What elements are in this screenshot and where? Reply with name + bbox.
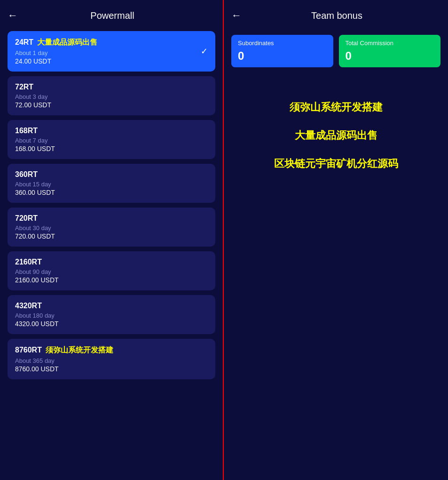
left-back-button[interactable]: ← (8, 9, 18, 22)
stats-row: Subordinates 0 Total Commission 0 (231, 35, 440, 67)
plan-price-plan-72rt: 72.00 USDT (15, 101, 208, 109)
right-back-button[interactable]: ← (231, 9, 242, 22)
promo-line-2: 区块链元宇宙矿机分红源码 (274, 157, 398, 171)
plan-price-plan-24rt: 24.00 USDT (15, 57, 208, 65)
plan-price-plan-4320rt: 4320.00 USDT (15, 320, 208, 328)
plan-duration-plan-720rt: About 30 day (15, 224, 208, 232)
checkmark-icon: ✓ (201, 46, 208, 56)
plan-name-plan-2160rt: 2160RT (15, 258, 208, 266)
plan-duration-plan-24rt: About 1 day (15, 49, 208, 56)
commission-value: 0 (346, 49, 434, 63)
plan-name-plan-8760rt: 8760RT须弥山系统开发搭建 (15, 345, 208, 355)
plan-chinese-plan-24rt: 大量成品源码出售 (37, 38, 97, 46)
commission-card: Total Commission 0 (339, 35, 441, 67)
plan-name-plan-24rt: 24RT大量成品源码出售 (15, 38, 208, 48)
left-panel-title: Powermall (24, 10, 201, 21)
right-panel: ← Team bonus Subordinates 0 Total Commis… (224, 0, 448, 480)
plan-price-plan-8760rt: 8760.00 USDT (15, 365, 208, 373)
plan-duration-plan-8760rt: About 365 day (15, 357, 208, 364)
left-header: ← Powermall (8, 9, 215, 22)
commission-label: Total Commission (346, 40, 434, 47)
subordinates-value: 0 (238, 49, 327, 63)
plan-duration-plan-2160rt: About 90 day (15, 268, 208, 275)
plan-duration-plan-168rt: About 7 day (15, 137, 208, 144)
plan-name-plan-168rt: 168RT (15, 127, 208, 135)
plan-item-plan-24rt[interactable]: 24RT大量成品源码出售About 1 day24.00 USDT✓ (8, 31, 215, 72)
plan-name-plan-720rt: 720RT (15, 214, 208, 223)
plan-item-plan-168rt[interactable]: 168RTAbout 7 day168.00 USDT (8, 120, 215, 159)
promo-line-1: 大量成品源码出售 (295, 128, 377, 143)
right-header: ← Team bonus (231, 9, 440, 22)
plan-name-plan-360rt: 360RT (15, 170, 208, 179)
subordinates-card: Subordinates 0 (231, 35, 333, 67)
plan-chinese-plan-8760rt: 须弥山系统开发搭建 (46, 346, 113, 354)
plan-item-plan-360rt[interactable]: 360RTAbout 15 day360.00 USDT (8, 164, 215, 203)
plan-list: 24RT大量成品源码出售About 1 day24.00 USDT✓72RTAb… (8, 31, 215, 379)
plan-item-plan-720rt[interactable]: 720RTAbout 30 day720.00 USDT (8, 208, 215, 247)
plan-price-plan-2160rt: 2160.00 USDT (15, 276, 208, 284)
plan-duration-plan-4320rt: About 180 day (15, 312, 208, 319)
plan-price-plan-168rt: 168.00 USDT (15, 145, 208, 152)
plan-price-plan-720rt: 720.00 USDT (15, 232, 208, 240)
plan-name-plan-72rt: 72RT (15, 83, 208, 91)
promo-line-0: 须弥山系统开发搭建 (290, 100, 383, 114)
left-panel: ← Powermall 24RT大量成品源码出售About 1 day24.00… (0, 0, 224, 480)
plan-duration-plan-72rt: About 3 day (15, 93, 208, 100)
plan-price-plan-360rt: 360.00 USDT (15, 189, 208, 196)
subordinates-label: Subordinates (238, 40, 327, 47)
plan-name-plan-4320rt: 4320RT (15, 302, 208, 310)
plan-item-plan-8760rt[interactable]: 8760RT须弥山系统开发搭建About 365 day8760.00 USDT (8, 339, 215, 379)
plan-item-plan-2160rt[interactable]: 2160RTAbout 90 day2160.00 USDT (8, 251, 215, 290)
right-panel-title: Team bonus (247, 10, 426, 21)
plan-item-plan-72rt[interactable]: 72RTAbout 3 day72.00 USDT (8, 76, 215, 115)
plan-duration-plan-360rt: About 15 day (15, 181, 208, 188)
promo-text-area: 须弥山系统开发搭建大量成品源码出售区块链元宇宙矿机分红源码 (231, 100, 440, 171)
plan-item-plan-4320rt[interactable]: 4320RTAbout 180 day4320.00 USDT (8, 295, 215, 334)
